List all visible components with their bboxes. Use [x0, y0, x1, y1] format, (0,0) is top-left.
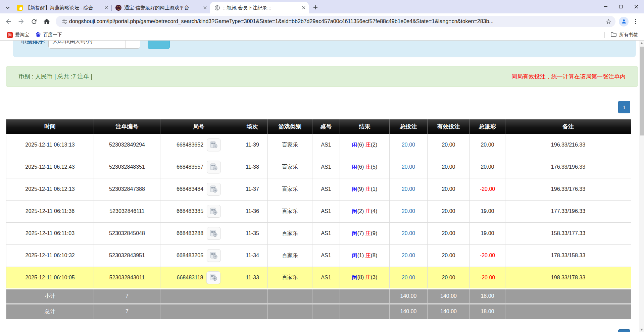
cell-valid-bet: 20.00 — [428, 244, 470, 267]
cell-session: 11-35 — [237, 222, 268, 244]
cell-total-bet[interactable]: 20.00 — [390, 178, 428, 200]
window-maximize-button[interactable] — [613, 0, 629, 13]
cell-total-bet[interactable]: 20.00 — [390, 244, 428, 267]
column-header: 桌号 — [312, 119, 340, 134]
cell-payout: -20.00 — [470, 178, 505, 200]
browser-tab[interactable]: 【新提醒】海燕策略论坛 - 综合 — [13, 2, 111, 13]
cell-result: 闲(7) 庄(9) — [340, 222, 390, 244]
tab-title: :::视讯 会员下注纪录::: — [223, 5, 298, 11]
cell-valid-bet: 20.00 — [428, 200, 470, 222]
video-replay-button[interactable] — [207, 249, 221, 262]
bookmark-star-icon[interactable] — [603, 16, 613, 26]
scroll-up-arrow-icon[interactable] — [640, 42, 643, 44]
footer-label: 小计 — [6, 289, 94, 304]
cell-payout: 20.00 — [470, 134, 505, 156]
cell-bet-number: 523032848351 — [94, 156, 160, 178]
column-header: 总投注 — [390, 119, 428, 134]
sort-select[interactable]: 人民币(由大到小) — [48, 40, 140, 49]
column-header: 结果 — [340, 119, 390, 134]
cell-note: 178.33/158.33 — [505, 244, 631, 267]
pagination-page-1-bottom[interactable]: 1 — [618, 329, 630, 332]
tab-close-icon[interactable] — [103, 5, 109, 11]
cell-round-number: 668483205 — [160, 244, 237, 267]
cell-bet-number: 523032847388 — [94, 178, 160, 200]
video-replay-button[interactable] — [207, 161, 221, 173]
bookmark-item[interactable]: 淘爱淘宝 — [4, 31, 32, 39]
window-minimize-button[interactable] — [598, 0, 613, 13]
column-header: 场次 — [237, 119, 268, 134]
tab-close-icon[interactable] — [202, 5, 208, 11]
omnibox[interactable]: dongshouji.com/ipl/portal.php/game/betre… — [56, 16, 615, 27]
cell-game-type: 百家乐 — [268, 267, 312, 289]
table-row: 2025-12-11 06:13:13523032849294668483652… — [6, 134, 631, 156]
cell-total-bet[interactable]: 20.00 — [390, 222, 428, 244]
cell-round-number: 668483652 — [160, 134, 237, 156]
footer-valid-bet: 140.00 — [428, 289, 470, 304]
tab-search-chevron-icon[interactable] — [3, 2, 13, 13]
table-row: 2025-12-11 06:11:36523032846111668483385… — [6, 200, 631, 222]
folder-icon — [611, 32, 616, 38]
back-icon[interactable] — [3, 16, 14, 27]
cell-game-type: 百家乐 — [268, 244, 312, 267]
cell-total-bet[interactable]: 20.00 — [390, 134, 428, 156]
table-row: 2025-12-11 06:12:43523032848351668483557… — [6, 156, 631, 178]
cell-time: 2025-12-11 06:11:03 — [6, 222, 94, 244]
column-header: 有效投注 — [428, 119, 470, 134]
page-content: 币别排序: 人民币(由大到小) 币别 : 人民币 | 总共 :7 注单 | 同局… — [0, 40, 644, 332]
cell-session: 11-36 — [237, 200, 268, 222]
profile-avatar[interactable] — [619, 17, 629, 26]
tab-close-icon[interactable] — [301, 5, 307, 11]
cell-table-number: AS1 — [312, 134, 340, 156]
scrollbar-thumb[interactable] — [640, 47, 644, 135]
search-button[interactable] — [148, 40, 170, 49]
cell-bet-number: 523032843951 — [94, 244, 160, 267]
coin-favicon — [115, 5, 121, 11]
cell-result: 闲(6) 庄(5) — [340, 156, 390, 178]
browser-toolbar: dongshouji.com/ipl/portal.php/game/betre… — [0, 13, 644, 30]
url-text[interactable]: dongshouji.com/ipl/portal.php/game/betre… — [69, 18, 603, 24]
table-header-row: 时间注单编号局号场次游戏类别桌号结果总投注有效投注总派彩备注 — [6, 119, 631, 134]
browser-tab[interactable]: :::视讯 会员下注纪录::: — [210, 2, 309, 13]
video-replay-button[interactable] — [207, 183, 221, 196]
new-tab-button[interactable] — [311, 3, 320, 12]
cell-total-bet[interactable]: 20.00 — [390, 156, 428, 178]
cell-table-number: AS1 — [312, 178, 340, 200]
filter-label: 币别排序: — [21, 40, 46, 45]
window-close-button[interactable] — [629, 0, 644, 13]
video-replay-button[interactable] — [207, 205, 221, 218]
column-header: 注单编号 — [94, 119, 160, 134]
forward-icon[interactable] — [15, 16, 27, 27]
bookmark-label: 百度一下 — [43, 32, 62, 38]
cell-result: 闲(8) 庄(3) — [340, 267, 390, 289]
cell-total-bet[interactable]: 20.00 — [390, 200, 428, 222]
pagination-page-1-top[interactable]: 1 — [618, 101, 630, 113]
browser-menu-icon[interactable] — [630, 16, 641, 27]
column-header: 局号 — [160, 119, 237, 134]
browser-tab[interactable]: 通宝-信誉最好的网上游戏平台 — [111, 2, 210, 13]
video-replay-button[interactable] — [207, 139, 221, 151]
cell-total-bet[interactable]: 20.00 — [390, 267, 428, 289]
home-icon[interactable] — [41, 16, 52, 27]
bookmark-item[interactable]: 百度一下 — [32, 31, 65, 39]
cell-valid-bet: 20.00 — [428, 222, 470, 244]
cell-result: 闲(2) 庄(4) — [340, 200, 390, 222]
cell-game-type: 百家乐 — [268, 222, 312, 244]
footer-valid-bet: 140.00 — [428, 304, 470, 319]
reload-icon[interactable] — [28, 16, 40, 27]
video-replay-button[interactable] — [207, 227, 221, 240]
cell-time: 2025-12-11 06:12:13 — [6, 178, 94, 200]
site-info-icon[interactable] — [60, 17, 69, 26]
cell-game-type: 百家乐 — [268, 200, 312, 222]
cell-session: 11-37 — [237, 178, 268, 200]
column-header: 时间 — [6, 119, 94, 134]
page-scrollbar[interactable] — [639, 41, 644, 332]
column-header: 备注 — [505, 119, 631, 134]
cell-note: 196.33/216.33 — [505, 134, 631, 156]
footer-label: 总计 — [6, 304, 94, 319]
video-replay-button[interactable] — [206, 271, 220, 284]
all-bookmarks-label[interactable]: 所有书签 — [619, 32, 638, 38]
scroll-down-arrow-icon[interactable] — [640, 329, 643, 331]
cell-valid-bet: 20.00 — [428, 178, 470, 200]
cell-session: 11-38 — [237, 156, 268, 178]
cell-table-number: AS1 — [312, 244, 340, 267]
